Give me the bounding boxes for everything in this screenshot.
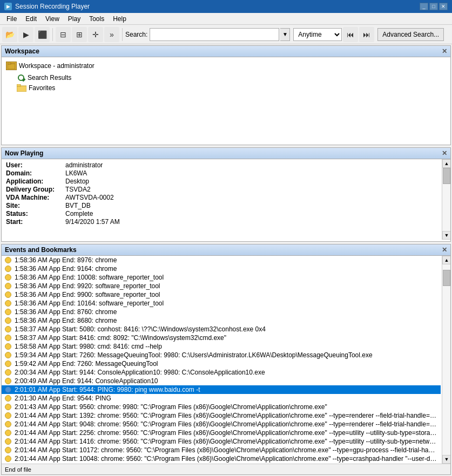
event-row[interactable]: 2:01:44 AM App Start: 1416: chrome: 9560…	[2, 437, 441, 446]
events-close-button[interactable]: ✕	[442, 246, 447, 254]
event-row[interactable]: 2:01:44 AM App Start: 2256: chrome: 9560…	[2, 429, 441, 437]
now-playing-header: Now Playing ✕	[2, 148, 450, 159]
event-row[interactable]: 2:01:44 AM App Start: 9048: chrome: 9560…	[2, 420, 441, 429]
info-row-domain: Domain: LK6WA	[6, 169, 446, 177]
workspace-content: Workspace - administrator Search Results	[2, 57, 450, 143]
play-button[interactable]: ▶	[18, 27, 33, 42]
value-status: Complete	[65, 210, 446, 217]
menu-edit[interactable]: Edit	[21, 14, 41, 24]
event-row[interactable]: 2:00:49 AM App End: 9144: ConsoleApplica…	[2, 377, 441, 385]
event-row[interactable]: 1:58:36 AM App End: 9164: chrome	[2, 264, 441, 273]
event-row[interactable]: 1:58:36 AM App End: 8680: chrome	[2, 316, 441, 325]
scroll-thumb[interactable]	[443, 168, 450, 184]
search-input[interactable]	[150, 28, 279, 41]
event-row[interactable]: 1:58:36 AM App End: 8760: chrome	[2, 308, 441, 316]
value-site: BVT_DB	[65, 202, 446, 209]
more-options[interactable]: »	[104, 27, 119, 42]
event-row[interactable]: 1:58:36 AM App End: 9920: software_repor…	[2, 282, 441, 290]
close-button[interactable]: ✕	[439, 3, 448, 10]
event-row[interactable]: 2:01:44 AM App Start: 8960: chrome: 9560…	[2, 463, 441, 464]
scroll-track	[442, 168, 450, 231]
now-playing-title: Now Playing	[5, 149, 43, 157]
event-row[interactable]: 1:58:58 AM App Start: 9980: cmd: 8416: c…	[2, 342, 441, 351]
now-playing-scrollbar[interactable]: ▲ ▼	[442, 159, 450, 240]
event-row[interactable]: 1:58:37 AM App Start: 8416: cmd: 8092: "…	[2, 334, 441, 342]
event-row[interactable]: 2:00:34 AM App Start: 9144: ConsoleAppli…	[2, 368, 441, 377]
event-text: 1:58:36 AM App End: 9900: software_repor…	[15, 291, 160, 298]
event-text: 1:58:36 AM App End: 8976: chrome	[15, 256, 117, 264]
event-row[interactable]: 1:59:34 AM App Start: 7260: MessageQueui…	[2, 351, 441, 359]
events-scroll-track	[442, 264, 450, 455]
label-application: Application:	[6, 178, 65, 185]
event-dot	[5, 421, 11, 427]
now-playing-panel: Now Playing ✕ User: administrator Domain…	[1, 147, 451, 242]
events-scroll-down[interactable]: ▼	[442, 455, 450, 464]
event-dot	[5, 291, 11, 298]
event-row[interactable]: 2:01:44 AM App Start: 1392: chrome: 9560…	[2, 411, 441, 420]
label-start: Start:	[6, 218, 65, 226]
event-row[interactable]: 2:01:43 AM App Start: 9560: chrome: 9980…	[2, 403, 441, 411]
player-type-2[interactable]: ⊞	[72, 27, 87, 42]
title-bar-text: Session Recording Player	[15, 3, 416, 10]
events-scrollbar[interactable]: ▲ ▼	[442, 256, 450, 464]
menu-file[interactable]: File	[2, 14, 21, 24]
title-bar: ▶ Session Recording Player _ □ ✕	[0, 0, 452, 13]
workspace-close-button[interactable]: ✕	[442, 47, 447, 55]
now-playing-close-button[interactable]: ✕	[442, 149, 447, 157]
event-text: 1:58:36 AM App End: 8760: chrome	[15, 308, 117, 316]
event-row[interactable]: 2:01:44 AM App Start: 10048: chrome: 956…	[2, 454, 441, 463]
info-row-delivery-group: Delivery Group: TSVDA2	[6, 186, 446, 193]
event-dot	[5, 395, 11, 402]
info-row-vda-machine: VDA Machine: AWTSVDA-0002	[6, 194, 446, 201]
event-text: 2:00:34 AM App Start: 9144: ConsoleAppli…	[15, 369, 265, 376]
events-list[interactable]: 1:58:36 AM App End: 8976: chrome1:58:36 …	[2, 256, 450, 464]
event-text: 1:58:36 AM App End: 8680: chrome	[15, 317, 117, 324]
events-title: Events and Bookmarks	[5, 246, 77, 254]
menu-view[interactable]: View	[41, 14, 64, 24]
event-row[interactable]: 1:59:42 AM App End: 7260: MessageQueuing…	[2, 359, 441, 368]
scroll-up-arrow[interactable]: ▲	[442, 159, 450, 168]
menu-play[interactable]: Play	[64, 14, 85, 24]
events-scroll-up[interactable]: ▲	[442, 256, 450, 264]
main-container: Workspace ✕ Workspace - administrator	[0, 44, 452, 476]
event-row[interactable]: 2:01:44 AM App Start: 10172: chrome: 956…	[2, 446, 441, 454]
pan-button[interactable]: ✛	[88, 27, 103, 42]
search-prev-button[interactable]: ⏮	[343, 27, 358, 42]
event-row[interactable]: 1:58:36 AM App End: 9900: software_repor…	[2, 290, 441, 299]
workspace-root-icon	[6, 62, 17, 70]
favorites-icon	[17, 84, 26, 92]
menu-help[interactable]: Help	[109, 14, 131, 24]
maximize-button[interactable]: □	[429, 3, 438, 10]
tree-item-favorites[interactable]: Favorites	[15, 83, 448, 93]
advanced-search-button[interactable]: Advanced Search...	[377, 28, 444, 41]
time-select[interactable]: Anytime Today This Week This Month	[293, 28, 342, 41]
player-type-1[interactable]: ⊟	[56, 27, 71, 42]
tree-item-search-results[interactable]: Search Results	[15, 72, 448, 83]
minimize-button[interactable]: _	[420, 3, 428, 10]
event-text: 2:00:49 AM App End: 9144: ConsoleApplica…	[15, 377, 158, 385]
svg-rect-1	[8, 63, 11, 64]
events-scroll-thumb[interactable]	[443, 270, 450, 286]
menu-bar: File Edit View Play Tools Help	[0, 13, 452, 25]
event-row[interactable]: 2:01:01 AM App Start: 9544: PING: 9980: …	[2, 385, 441, 394]
workspace-root-label: Workspace - administrator	[19, 62, 95, 70]
label-site: Site:	[6, 202, 65, 209]
search-dropdown-arrow[interactable]: ▼	[280, 28, 290, 41]
menu-tools[interactable]: Tools	[85, 14, 109, 24]
event-dot	[5, 283, 11, 289]
info-row-user: User: administrator	[6, 161, 446, 169]
event-dot	[5, 309, 11, 315]
search-next-button[interactable]: ⏭	[359, 27, 374, 42]
events-panel: Events and Bookmarks ✕ 1:58:36 AM App En…	[1, 244, 451, 475]
scroll-down-arrow[interactable]: ▼	[442, 231, 450, 240]
event-row[interactable]: 1:58:37 AM App Start: 5080: conhost: 841…	[2, 325, 441, 334]
event-text: 1:58:36 AM App End: 9164: chrome	[15, 265, 117, 273]
event-row[interactable]: 1:58:36 AM App End: 10008: software_repo…	[2, 273, 441, 282]
event-row[interactable]: 1:58:36 AM App End: 8976: chrome	[2, 256, 441, 264]
toolbar: 📂 ▶ ⬛ ⊟ ⊞ ✛ » Search: ▼ Anytime Today Th…	[0, 25, 452, 44]
event-row[interactable]: 1:58:36 AM App End: 10164: software_repo…	[2, 299, 441, 308]
stop-button[interactable]: ⬛	[35, 27, 50, 42]
event-row[interactable]: 2:01:30 AM App End: 9544: PING	[2, 394, 441, 403]
app-icon: ▶	[4, 3, 12, 10]
open-button[interactable]: 📂	[2, 27, 17, 42]
